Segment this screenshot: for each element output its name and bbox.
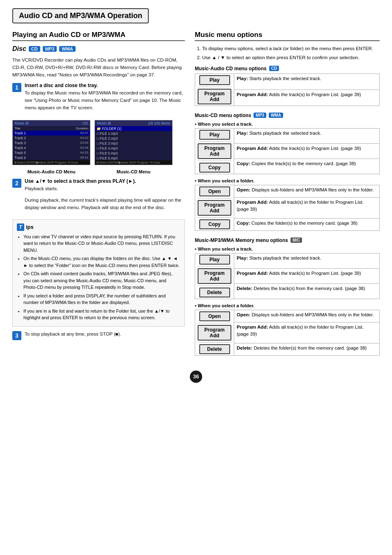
wma-badge: WMA — [269, 113, 283, 118]
memory-folder-heading: • When you select a folder. — [195, 303, 380, 308]
memory-track-btns-cell: Play Program Add Delete — [195, 253, 234, 299]
delete-btn-memory-folder: Delete — [199, 344, 230, 354]
program-add-btn-memory-folder: Program Add — [198, 325, 231, 341]
step3-number: 3 — [12, 331, 21, 340]
mp3-wma-label-text: Music-CD menu options — [195, 113, 251, 118]
audio-cd-table: Play Program Add Play: Starts playback t… — [195, 74, 380, 106]
step3-content: To stop playback at any time, press STOP… — [25, 331, 185, 342]
step2-container: 2 Use ▲/▼ to select a track then press P… — [12, 178, 185, 215]
mp3-folder-heading: • When you select a folder. — [195, 178, 380, 183]
copy-btn-mp3: Copy — [199, 163, 230, 173]
screenshot2-header-left: Music ⊞ — [97, 121, 111, 125]
audio-cd-label-text: Music-Audio CD menu options — [195, 66, 267, 71]
screenshot2-file3: □ FILE 3.mp3 — [95, 141, 172, 146]
memory-folder-delete-desc: Delete: Deletes the folder(s) from the m… — [234, 343, 380, 355]
screenshot2-file5: □ FILE 5.mp3 — [95, 151, 172, 156]
screenshot1-track3: Track 303:05 — [13, 140, 90, 145]
copy-btn-mp3-folder: Copy — [199, 219, 230, 229]
intro-ordered-list: To display menu options, select a tack (… — [195, 45, 380, 62]
memory-track-row: Play Program Add Delete Play: Starts pla… — [195, 253, 380, 268]
left-section-heading: Playing an Audio CD or MP3/WMA — [12, 31, 185, 41]
programadd-desc-text: Adds the track(s) to Program List. (page… — [269, 92, 361, 97]
tip1: You can view TV channel or video input s… — [23, 233, 180, 254]
mp3-folder-programadd-desc: Program Add: Adds all track(s) in the fo… — [234, 197, 380, 218]
mp3-folder-copy-desc: Copy: Copies the folder(s) to the memory… — [234, 218, 380, 230]
play-btn-audio: Play — [199, 75, 230, 85]
mp3-wma-section: Music-CD menu options MP3 WMA • When you… — [195, 113, 380, 231]
step2-body2: During playback, the current track's ela… — [25, 197, 185, 212]
tips-list: You can view TV channel or video input s… — [17, 233, 180, 321]
mp3-wma-label: Music-CD menu options MP3 WMA — [195, 113, 380, 118]
memory-play-desc: Play: Starts playback the selected track… — [234, 253, 380, 268]
step1-container: 1 Insert a disc and close the tray. To d… — [12, 83, 185, 115]
right-section-heading: Music menu options — [195, 31, 380, 41]
right-column: Music menu options To display menu optio… — [195, 31, 380, 362]
step3-text: To stop playback at any time, press STOP… — [25, 331, 185, 338]
intro-text: The VCR/DVD Recorder can play Audio CDs … — [12, 57, 185, 78]
tips-heading-text: ips — [26, 223, 34, 231]
tip5: If you are in a file list and want to re… — [23, 308, 180, 321]
memory-delete-desc: Delete: Deletes the track(s) from the me… — [234, 283, 380, 299]
mp3-folder-btns-cell: Open Program Add Copy — [195, 185, 234, 230]
delete-btn-memory: Delete — [199, 288, 230, 297]
audio-cd-btns-cell: Play Program Add — [195, 74, 234, 106]
screenshot1-header: Music ⊞ CD — [13, 120, 90, 126]
memory-track-table: Play Program Add Delete Play: Starts pla… — [195, 253, 380, 299]
intro-item1: To display menu options, select a tack (… — [202, 45, 380, 53]
screenshot-audio-cd: Music ⊞ CD Title Duration Track 104:47 T… — [12, 120, 90, 165]
memory-open-desc: Open: Displays sub-folders and MP3/WMA f… — [234, 310, 380, 322]
screenshot-cd-menu: Music ⊞ 1/8 102 items 📁 FOLDER (1) □ FIL… — [95, 120, 173, 165]
badge-mp3: MP3 — [43, 46, 57, 52]
mp3-play-desc: Play: Starts playback the selected track… — [234, 128, 380, 143]
tips-box: T ips You can view TV channel or video i… — [12, 219, 185, 327]
step2-body1: Playback starts. — [25, 185, 185, 193]
play-btn-memory: Play — [199, 255, 230, 265]
tip2: On the Music-CD menu, you can display th… — [23, 255, 180, 269]
step2-title: Use ▲/▼ to select a track then press PLA… — [25, 178, 185, 184]
programadd-desc-bold: Program Add: — [237, 92, 268, 97]
screenshot1-header-right: CD — [83, 121, 88, 125]
screenshot2-file1: □ FILE 1.mp3 — [95, 131, 172, 136]
screenshot2-header-right: 1/8 102 items — [148, 121, 170, 125]
screenshot1-track2: Track 204:22 — [13, 136, 90, 140]
screenshot1-footer: ⊕Select ENTER▶Mark SKIP Program ✕Close — [13, 160, 90, 165]
audio-cd-play-desc: Play: Starts playback the selected track… — [234, 74, 380, 90]
screenshot1-col-duration: Duration — [76, 127, 88, 130]
screenshot1-track6: Track 605:41 — [13, 155, 90, 160]
memory-track-heading: • When you select a track. — [195, 246, 380, 251]
audio-cd-badge: CD — [269, 66, 279, 71]
mp3-programadd-desc: Program Add: Adds the track(s) to Progra… — [234, 143, 380, 159]
screenshot1-label: Music-Audio CD Menu — [12, 169, 90, 174]
mp3-folder-table: Open Program Add Copy Open: Displays sub… — [195, 185, 380, 231]
open-btn-mp3: Open — [199, 187, 230, 196]
badge-wma: WMA — [59, 46, 76, 52]
screenshot-labels: Music-Audio CD Menu Music-CD Menu — [12, 169, 185, 174]
page-title-banner: Audio CD and MP3/WMA Operation — [12, 8, 149, 23]
program-add-btn-mp3-folder: Program Add — [198, 200, 231, 216]
screenshots-row: Music ⊞ CD Title Duration Track 104:47 T… — [12, 120, 185, 165]
disc-label: Disc — [12, 45, 26, 53]
screenshot2-file2: □ FILE 2.mp3 — [95, 136, 172, 141]
program-add-btn-audio: Program Add — [198, 89, 231, 104]
screenshot1-track4: Track 403:28 — [13, 145, 90, 150]
screenshot1-col-title: Title — [14, 127, 76, 130]
step2-content: Use ▲/▼ to select a track then press PLA… — [25, 178, 185, 215]
step1-number: 1 — [12, 83, 21, 92]
page-number: 36 — [190, 371, 202, 383]
memory-programadd-desc: Program Add: Adds the track(s) to Progra… — [234, 268, 380, 283]
memory-folder-row: Open Program Add Delete Open: Displays s… — [195, 310, 380, 322]
audio-cd-programadd-desc: Program Add: Adds the track(s) to Progra… — [234, 90, 380, 106]
intro-item2: Use ▲ / ▼ to select an option then press… — [202, 54, 380, 62]
mp3-track-row: Play Program Add Copy Play: Starts playb… — [195, 128, 380, 143]
screenshot2-footer: ⊕Select ENTER▶Mark SKIP Program ✕Close — [95, 160, 172, 165]
memory-folder-table: Open Program Add Delete Open: Displays s… — [195, 310, 380, 356]
step1-content: Insert a disc and close the tray. To dis… — [25, 83, 185, 115]
tips-icon: T — [17, 223, 24, 231]
play-desc-bold: Play: — [237, 76, 248, 81]
mp3-track-heading: • When you select a track. — [195, 122, 380, 127]
mc-badge: M/C — [291, 237, 302, 243]
page-title: Audio CD and MP3/WMA Operation — [19, 12, 142, 20]
mp3-track-table: Play Program Add Copy Play: Starts playb… — [195, 128, 380, 174]
mp3-folder-row: Open Program Add Copy Open: Displays sub… — [195, 185, 380, 197]
memory-section: Music-MP3/WMA Memory menu options M/C • … — [195, 237, 380, 356]
